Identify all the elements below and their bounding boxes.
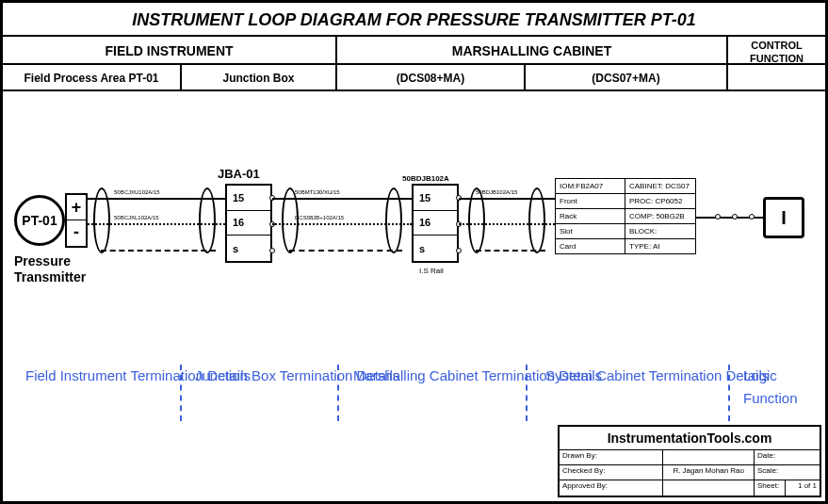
marshalling-terminal-strip: 15 16 s <box>412 184 459 263</box>
cable-tag-1a: 50BCJXU102A/15 <box>114 189 160 195</box>
wire-plus-mc-sys <box>459 198 555 200</box>
node-dot-2 <box>732 214 738 219</box>
sys-row-0: IOM:FB2A07CABINET: DCS07 <box>556 179 695 194</box>
terminal-minus: - <box>67 220 86 246</box>
tb-sheet-value: 1 of 1 <box>786 480 820 496</box>
drawing-frame: INSTRUMENT LOOP DIAGRAM FOR PRESSURE TRA… <box>0 0 828 504</box>
tb-scale-label: Scale: <box>755 465 820 480</box>
tb-sheet-label: Sheet: <box>755 480 786 496</box>
cable-tag-2a: 50BMT130/XU/15 <box>295 189 340 195</box>
schematic-body: PT-01 + - Pressure Transmitter JBA-01 15… <box>3 91 825 501</box>
marshalling-terminal-tag: 50BDJB102A <box>402 174 449 183</box>
subheader-row: Field Process Area PT-01 Junction Box (D… <box>3 65 825 91</box>
tb-checked-by-label: Checked By: <box>560 465 663 480</box>
section-label-logic: Logic Function <box>743 365 825 410</box>
tb-approved-by-value <box>663 480 755 496</box>
pressure-transmitter-bubble: PT-01 <box>14 195 65 246</box>
header-field-instrument: FIELD INSTRUMENT <box>3 37 337 63</box>
wire-minus-jb-mc <box>272 223 412 225</box>
jb-terminal-15: 15 <box>227 186 270 211</box>
junction-box: 15 16 s <box>225 184 272 263</box>
mc-terminal-16: 16 <box>414 211 457 236</box>
drawing-title: INSTRUMENT LOOP DIAGRAM FOR PRESSURE TRA… <box>3 3 825 37</box>
titleblock: InstrumentationTools.com Drawn By: Date:… <box>558 425 821 497</box>
logic-function-block: I <box>763 197 804 238</box>
sub-junction-box: Junction Box <box>182 65 337 89</box>
header-row: FIELD INSTRUMENT MARSHALLING CABINET CON… <box>3 37 825 65</box>
wire-plus-jb-mc <box>272 198 412 200</box>
sys-row-4: CardTYPE: AI <box>556 239 695 253</box>
tb-date-label: Date: <box>755 450 820 464</box>
is-rail-label: I.S Rail <box>419 267 444 275</box>
section-label-sys: System Cabinet Termination Details <box>545 365 769 387</box>
sub-control-empty <box>728 65 825 89</box>
tb-drawn-by-value <box>663 450 755 464</box>
junction-box-tag: JBA-01 <box>218 167 260 181</box>
wire-minus-mc-sys <box>459 223 555 225</box>
terminal-plus: + <box>67 195 86 220</box>
wire-shield-mc-sys <box>476 250 545 252</box>
sub-dcs08: (DCS08+MA) <box>337 65 526 89</box>
mc-terminal-15: 15 <box>414 186 457 211</box>
transmitter-label: Pressure Transmitter <box>14 253 86 285</box>
transmitter-terminal-block: + - <box>65 193 88 248</box>
sub-dcs07: (DCS07+MA) <box>526 65 728 89</box>
system-cabinet-table: IOM:FB2A07CABINET: DCS07 FrontPROC: CP60… <box>555 178 696 254</box>
jb-terminal-s: s <box>227 236 270 261</box>
sys-row-1: FrontPROC: CP6052 <box>556 194 695 209</box>
tb-approved-by-label: Approved By: <box>560 480 663 496</box>
sub-field-process-area: Field Process Area PT-01 <box>3 65 182 89</box>
tb-drawn-by-label: Drawn By: <box>560 450 663 464</box>
sys-row-3: SlotBLOCK: <box>556 224 695 239</box>
cable-tag-2b: DCS08JB+102A/15 <box>295 215 344 220</box>
titleblock-site: InstrumentationTools.com <box>560 427 820 450</box>
sys-row-2: RackCOMP: 50BG2B <box>556 209 695 224</box>
header-marshalling-cabinet: MARSHALLING CABINET <box>337 37 728 63</box>
cable-tag-1b: 50BCJXL102A/15 <box>114 215 159 220</box>
wire-minus-field-jb <box>88 223 225 225</box>
jb-terminal-16: 16 <box>227 211 270 236</box>
mc-terminal-s: s <box>414 236 457 261</box>
header-control-function: CONTROL FUNCTION <box>728 37 825 63</box>
wire-shield-jb-mc <box>289 250 402 252</box>
node-dot-1 <box>715 214 721 219</box>
wire-shield-field-jb <box>101 250 216 252</box>
wire-plus-field-jb <box>88 198 225 200</box>
tb-checked-by-value: R. Jagan Mohan Rao <box>663 465 755 480</box>
cable-tag-3a: 50BDJB102A/15 <box>476 189 517 195</box>
node-dot-3 <box>749 214 755 219</box>
